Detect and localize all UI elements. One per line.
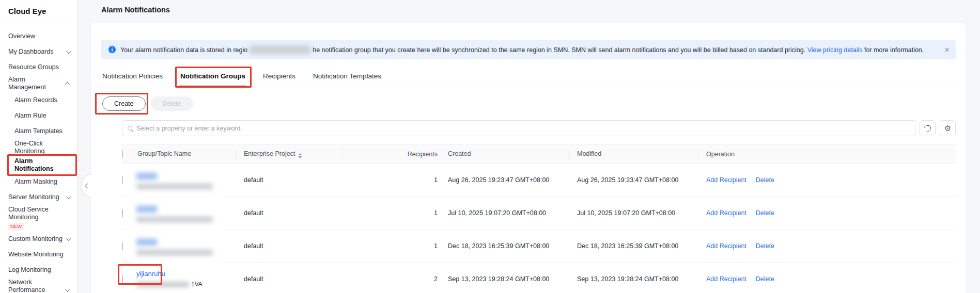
- sidebar-item-log-monitoring[interactable]: Log Monitoring: [0, 262, 77, 278]
- delete-link[interactable]: Delete: [756, 209, 774, 217]
- col-group-topic-name: Group/Topic Name: [137, 150, 237, 158]
- sidebar-item-one-click-monitoring[interactable]: One-Click Monitoring: [0, 139, 77, 156]
- sidebar-item-server-monitoring[interactable]: Server Monitoring: [0, 189, 77, 205]
- recipients-cell: 1: [343, 209, 441, 217]
- sidebar-item-my-dashboards[interactable]: My Dashboards: [0, 44, 77, 59]
- tab-notification-templates[interactable]: Notification Templates: [312, 67, 382, 87]
- sidebar-item-alarm-templates[interactable]: Alarm Templates: [0, 123, 77, 139]
- redacted-region-name: [250, 45, 310, 54]
- chevron-down-icon: [66, 194, 71, 199]
- recipients-cell: 1: [343, 242, 441, 250]
- sidebar-item-custom-monitoring[interactable]: Custom Monitoring: [0, 231, 77, 247]
- search-row: ⚙: [122, 120, 956, 136]
- created-cell: Dec 18, 2023 16:25:39 GMT+08:00: [441, 242, 570, 250]
- created-cell: Jul 10, 2025 19:07:20 GMT+08:00: [441, 209, 570, 217]
- select-all-checkbox[interactable]: [122, 150, 123, 158]
- col-modified: Modified: [570, 150, 699, 158]
- modified-cell: Jul 10, 2025 19:07:20 GMT+08:00: [570, 209, 699, 217]
- delete-link[interactable]: Delete: [756, 176, 774, 184]
- sidebar-collapse-handle[interactable]: [82, 174, 91, 197]
- col-operation: Operation: [699, 151, 956, 158]
- close-icon[interactable]: ×: [944, 45, 950, 54]
- group-link-yijianruhu[interactable]: yijianruhu: [136, 270, 165, 278]
- settings-button[interactable]: ⚙: [940, 120, 956, 136]
- row-checkbox[interactable]: [122, 242, 123, 250]
- sidebar-item-alarm-notifications[interactable]: Alarm Notifications: [0, 156, 77, 174]
- search-icon: [128, 126, 132, 131]
- sidebar-item-alarm-rule[interactable]: Alarm Rule: [0, 108, 77, 123]
- chevron-down-icon: [66, 236, 71, 241]
- refresh-icon: [923, 123, 932, 133]
- cloud-eye-console: Cloud Eye Overview My Dashboards Resourc…: [0, 0, 980, 293]
- tab-recipients[interactable]: Recipients: [262, 67, 297, 87]
- notification-groups-table: Group/Topic Name Enterprise Project Reci…: [122, 144, 956, 293]
- gear-icon: ⚙: [944, 124, 951, 132]
- sidebar-item-cloud-service-monitoring[interactable]: Cloud Service MonitoringNEW: [0, 205, 77, 231]
- collapse-left-icon: [85, 183, 90, 188]
- redacted-group-link: [136, 206, 157, 213]
- sidebar-title: Cloud Eye: [0, 0, 77, 22]
- enterprise-project-cell: default: [237, 275, 343, 283]
- select-all-cell: [122, 151, 137, 158]
- recipients-cell: 1: [343, 176, 441, 184]
- delete-button[interactable]: Delete: [151, 96, 193, 111]
- info-banner: i Your alarm notification data is stored…: [101, 40, 956, 59]
- table-row: default 1 Dec 18, 2023 16:25:39 GMT+08:0…: [122, 230, 956, 263]
- chevron-up-icon: [65, 82, 70, 87]
- redacted-group-subtext: [136, 184, 213, 189]
- sidebar-item-website-monitoring[interactable]: Website Monitoring: [0, 247, 77, 262]
- refresh-button[interactable]: [920, 120, 936, 136]
- redacted-name-column: yijianruhu 1VA: [133, 167, 223, 293]
- sidebar-item-alarm-records[interactable]: Alarm Records: [0, 92, 77, 108]
- table-row: default 1 Aug 26, 2025 19:23:47 GMT+08:0…: [122, 164, 956, 197]
- new-badge: NEW: [8, 223, 24, 230]
- modified-cell: Dec 18, 2023 16:25:39 GMT+08:00: [570, 242, 699, 250]
- search-box: [122, 120, 915, 136]
- info-icon: i: [108, 46, 116, 53]
- table-row: default 2 Sep 13, 2023 19:28:24 GMT+08:0…: [122, 263, 956, 293]
- col-enterprise-project: Enterprise Project: [237, 150, 343, 158]
- table-row: default 1 Jul 10, 2025 19:07:20 GMT+08:0…: [122, 197, 956, 230]
- tab-notification-policies[interactable]: Notification Policies: [101, 67, 164, 87]
- table-header: Group/Topic Name Enterprise Project Reci…: [122, 144, 956, 164]
- row-checkbox[interactable]: [122, 176, 123, 184]
- col-recipients: Recipients: [343, 151, 441, 158]
- toolbar: Create Delete: [102, 96, 966, 111]
- add-recipient-link[interactable]: Add Recipient: [706, 209, 746, 217]
- tab-bar: Notification Policies Notification Group…: [91, 67, 966, 87]
- created-cell: Sep 13, 2023 19:28:24 GMT+08:00: [441, 275, 570, 283]
- chevron-down-icon: [66, 48, 71, 54]
- add-recipient-link[interactable]: Add Recipient: [706, 275, 746, 283]
- sidebar-item-alarm-masking[interactable]: Alarm Masking: [0, 174, 77, 189]
- banner-text: Your alarm notification data is stored i…: [120, 45, 924, 54]
- col-created: Created: [441, 150, 570, 158]
- create-button[interactable]: Create: [102, 96, 146, 111]
- tab-notification-groups[interactable]: Notification Groups: [179, 67, 246, 87]
- chevron-down-icon: [65, 287, 70, 292]
- delete-link[interactable]: Delete: [756, 242, 774, 250]
- recipients-cell: 2: [343, 275, 441, 283]
- sidebar-item-overview[interactable]: Overview: [0, 28, 77, 44]
- enterprise-project-cell: default: [237, 209, 343, 217]
- sidebar-item-alarm-management[interactable]: Alarm Management: [0, 75, 77, 92]
- created-cell: Aug 26, 2025 19:23:47 GMT+08:00: [441, 176, 570, 184]
- sort-icon[interactable]: [298, 153, 302, 158]
- modified-cell: Aug 26, 2025 19:23:47 GMT+08:00: [570, 176, 699, 184]
- view-pricing-details-link[interactable]: View pricing details: [807, 46, 863, 54]
- sidebar-item-resource-groups[interactable]: Resource Groups: [0, 59, 77, 75]
- page-title: Alarm Notifications: [101, 6, 170, 14]
- row-checkbox[interactable]: [122, 275, 123, 283]
- add-recipient-link[interactable]: Add Recipient: [706, 176, 746, 184]
- delete-link[interactable]: Delete: [756, 275, 774, 283]
- redacted-group-subtext: [136, 282, 189, 287]
- sidebar: Cloud Eye Overview My Dashboards Resourc…: [0, 0, 77, 293]
- modified-cell: Sep 13, 2023 19:28:24 GMT+08:00: [570, 275, 699, 283]
- redacted-group-subtext: [136, 250, 213, 255]
- row-checkbox[interactable]: [122, 209, 123, 217]
- redacted-group-subtext: [136, 217, 213, 222]
- sidebar-nav: Overview My Dashboards Resource Groups A…: [0, 22, 77, 293]
- enterprise-project-cell: default: [237, 242, 343, 250]
- search-input[interactable]: [136, 125, 910, 132]
- sidebar-item-network-performance-monitoring[interactable]: Network Performance MonitoringNEW: [0, 278, 77, 293]
- add-recipient-link[interactable]: Add Recipient: [706, 242, 746, 250]
